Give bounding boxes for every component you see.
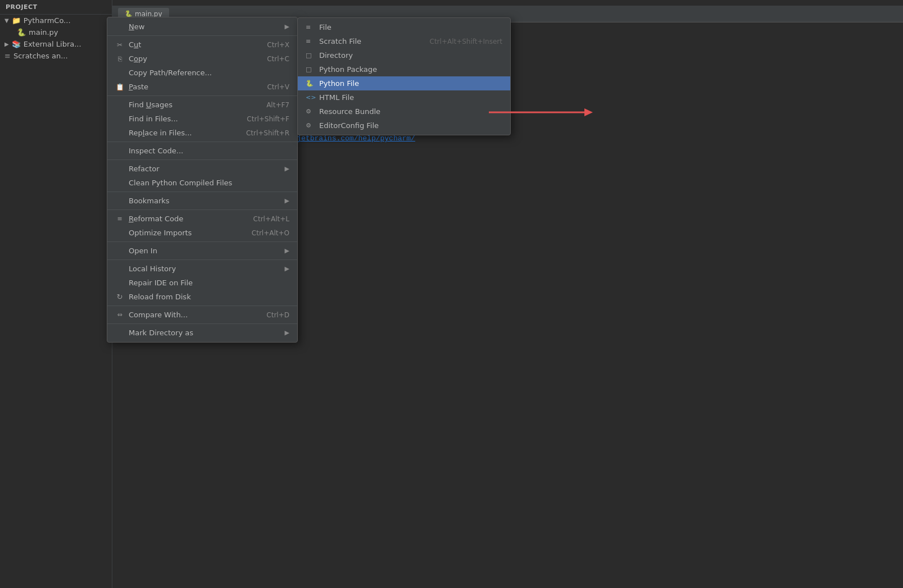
menu-item-replace-in-files[interactable]: Replace in Files... Ctrl+Shift+R [107,126,297,140]
html-icon: <> [306,94,315,101]
submenu-item-python-file[interactable]: 🐍 Python File [298,76,510,90]
cut-icon: ✂ [115,41,124,49]
submenu-item-label: Python File [319,79,359,88]
menu-item-repair-ide[interactable]: Repair IDE on File [107,276,297,290]
menu-item-label: Inspect Code... [129,147,183,155]
menu-item-bookmarks[interactable]: Bookmarks ▶ [107,194,297,208]
submenu-arrow: ▶ [285,197,289,204]
menu-separator [107,259,297,260]
copy-icon: ⎘ [115,55,124,63]
submenu-item-html-file[interactable]: <> HTML File [298,90,510,104]
menu-item-local-history[interactable]: Local History ▶ [107,262,297,276]
menu-item-optimize-imports[interactable]: Optimize Imports Ctrl+Alt+O [107,226,297,240]
shortcut-label: Ctrl+V [256,83,289,91]
menu-item-label: Local History [129,265,176,273]
menu-item-new[interactable]: New ▶ ≡ File ≡ Scratch File Ctrl+Alt+Shi… [107,20,297,34]
submenu-item-resource-bundle[interactable]: ⚙ Resource Bundle [298,104,510,118]
menu-item-find-usages[interactable]: Find Usages Alt+F7 [107,98,297,112]
sidebar-title: Project [0,0,112,15]
menu-item-copy[interactable]: ⎘ Copy Ctrl+C [107,52,297,66]
menu-item-copy-path[interactable]: Copy Path/Reference... [107,66,297,80]
reformat-icon: ≡ [115,215,124,222]
menu-item-reload-disk[interactable]: ↻ Reload from Disk [107,290,297,304]
shortcut-label: Ctrl+Alt+L [242,215,289,223]
menu-item-label: Open In [129,247,157,255]
menu-item-label: Repair IDE on File [129,279,193,287]
shortcut-label: Ctrl+C [256,55,289,63]
python-package-icon: □ [306,66,315,73]
sidebar: Project ▼ 📁 PytharmCo... 🐍 main.py ▶ 📚 E… [0,0,112,588]
paste-icon: 📋 [115,83,124,91]
submenu-item-python-package[interactable]: □ Python Package [298,62,510,76]
menu-separator [107,35,297,36]
shortcut-label: Ctrl+X [256,41,289,49]
menu-item-label: Reformat Code [129,215,183,223]
submenu-item-editorconfig-file[interactable]: ⚙ EditorConfig File [298,118,510,133]
menu-separator [107,323,297,324]
red-arrow-indicator [489,104,601,122]
menu-item-find-in-files[interactable]: Find in Files... Ctrl+Shift+F [107,112,297,126]
library-icon: 📚 [12,40,21,48]
submenu-item-label: Python Package [319,65,377,74]
svg-marker-1 [584,108,593,116]
directory-icon: □ [306,52,315,59]
menu-separator [107,192,297,192]
menu-item-label: Clean Python Compiled Files [129,179,232,187]
submenu-item-scratch-file[interactable]: ≡ Scratch File Ctrl+Alt+Shift+Insert [298,34,510,48]
folder-icon: 📁 [12,16,21,25]
shortcut-label: Ctrl+Alt+Shift+Insert [430,38,502,45]
menu-item-open-in[interactable]: Open In ▶ [107,244,297,258]
shortcut-label: Ctrl+D [255,311,289,319]
menu-item-label: Copy [129,54,147,63]
context-menu: New ▶ ≡ File ≡ Scratch File Ctrl+Alt+Shi… [107,17,298,343]
sidebar-item-label: External Libra... [24,40,81,48]
menu-separator [107,95,297,96]
menu-separator [107,306,297,306]
menu-item-mark-directory[interactable]: Mark Directory as ▶ [107,326,297,340]
menu-item-reformat-code[interactable]: ≡ Reformat Code Ctrl+Alt+L [107,212,297,226]
submenu-arrow: ▶ [285,265,289,272]
python-file-icon: 🐍 [17,28,26,37]
python-file-icon: 🐍 [306,80,315,87]
menu-separator [107,241,297,242]
submenu-item-label: Scratch File [319,37,361,45]
submenu-arrow: ▶ [285,165,289,172]
sidebar-item-scratches[interactable]: ≡ Scratches an... [0,50,112,62]
menu-item-label: Copy Path/Reference... [129,69,212,77]
menu-item-inspect-code[interactable]: Inspect Code... [107,144,297,158]
submenu-arrow: ▶ [285,329,289,336]
menu-separator [107,159,297,160]
menu-item-cut[interactable]: ✂ Cut Ctrl+X [107,38,297,52]
resource-icon: ⚙ [306,108,315,115]
reload-disk-icon: ↻ [115,293,124,301]
sidebar-item-external-libs[interactable]: ▶ 📚 External Libra... [0,38,112,50]
shortcut-label: Alt+F7 [255,101,289,109]
menu-item-paste[interactable]: 📋 Paste Ctrl+V [107,80,297,94]
submenu-item-label: File [319,23,332,31]
menu-item-refactor[interactable]: Refactor ▶ [107,162,297,176]
menu-item-label: Reload from Disk [129,293,191,301]
shortcut-label: Ctrl+Alt+O [241,229,289,237]
menu-item-label: Optimize Imports [129,229,192,237]
submenu-arrow: ▶ [285,247,289,254]
new-submenu: ≡ File ≡ Scratch File Ctrl+Alt+Shift+Ins… [297,17,511,135]
file-icon: ≡ [306,24,315,31]
submenu-item-label: EditorConfig File [319,121,379,130]
submenu-item-label: Directory [319,51,353,60]
submenu-item-directory[interactable]: □ Directory [298,48,510,62]
sidebar-item-pycharmcod[interactable]: ▼ 📁 PytharmCo... [0,15,112,26]
menu-item-compare-with[interactable]: ⇔ Compare With... Ctrl+D [107,308,297,322]
sidebar-item-mainpy[interactable]: 🐍 main.py [0,26,112,38]
collapse-icon: ▼ [4,17,9,24]
submenu-arrow: ▶ [285,23,289,30]
sidebar-item-label: Scratches an... [13,52,68,60]
menu-item-label: Mark Directory as [129,329,193,337]
collapse-icon: ▶ [4,41,9,47]
submenu-item-file[interactable]: ≡ File [298,20,510,34]
menu-item-label: Cut [129,40,141,49]
menu-item-clean-python[interactable]: Clean Python Compiled Files [107,176,297,190]
scratch-icon: ≡ [306,38,315,45]
menu-item-label: Paste [129,83,148,91]
menu-item-label: New [129,22,144,31]
menu-item-label: Replace in Files... [129,129,192,137]
